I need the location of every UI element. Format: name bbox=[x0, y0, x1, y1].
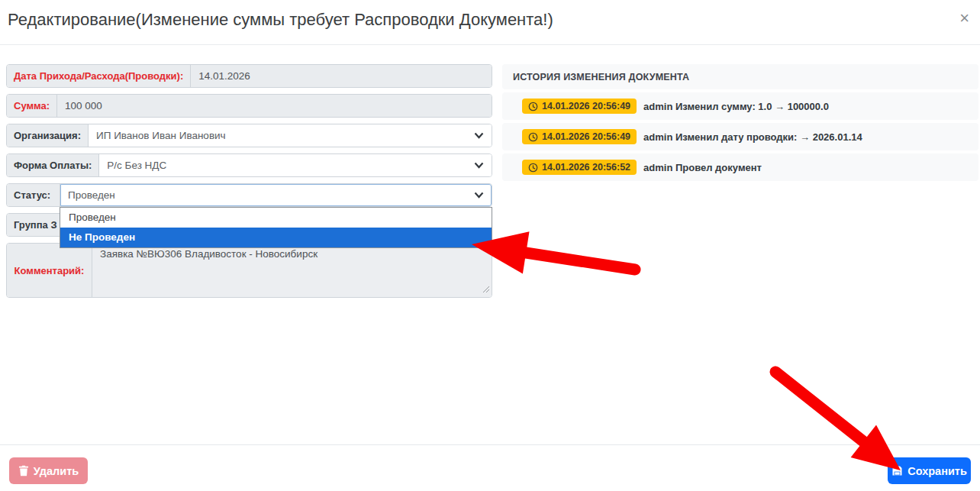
organization-select[interactable]: ИП Иванов Иван Иванович bbox=[89, 124, 492, 147]
arrow-to-save-button bbox=[775, 372, 901, 470]
timestamp-text: 14.01.2026 20:56:49 bbox=[542, 101, 630, 111]
history-entry-text: admin Изменил дату проводки: → 2026.01.1… bbox=[643, 131, 862, 143]
chevron-down-icon bbox=[474, 189, 484, 201]
posting-date-label: Дата Прихода/Расхода(Проводки): bbox=[7, 65, 191, 87]
arrow-to-ne-proveden-option bbox=[472, 231, 635, 273]
comment-textarea[interactable]: Заявка №ВЮ306 Владивосток - Новосибирск bbox=[92, 244, 492, 297]
posting-date-input[interactable]: 14.01.2026 bbox=[191, 65, 492, 87]
history-entry-text: admin Провел документ bbox=[643, 162, 762, 173]
status-label: Статус: bbox=[7, 184, 60, 206]
timestamp-text: 14.01.2026 20:56:52 bbox=[542, 162, 630, 173]
history-entry: 14.01.2026 20:56:52 admin Провел докумен… bbox=[502, 153, 978, 181]
status-selected-value: Проведен bbox=[68, 189, 115, 201]
payment-form-selected-value: Р/с Без НДС bbox=[107, 160, 166, 171]
field-status: Статус: Проведен bbox=[6, 183, 492, 207]
delete-button-label: Удалить bbox=[34, 465, 79, 477]
organization-selected-value: ИП Иванов Иван Иванович bbox=[96, 130, 226, 141]
save-icon bbox=[891, 465, 903, 476]
trash-icon bbox=[18, 465, 29, 476]
chevron-down-icon bbox=[474, 130, 484, 141]
organization-label: Организация: bbox=[7, 124, 89, 147]
status-select[interactable]: Проведен bbox=[60, 184, 492, 206]
resize-handle[interactable] bbox=[482, 284, 490, 296]
timestamp-badge: 14.01.2026 20:56:52 bbox=[522, 160, 637, 175]
field-payment-form: Форма Оплаты: Р/с Без НДС bbox=[6, 153, 492, 177]
edit-document-modal: Редактирование(Изменение суммы требует Р… bbox=[0, 0, 980, 491]
modal-header: Редактирование(Изменение суммы требует Р… bbox=[0, 0, 980, 45]
sum-label: Сумма: bbox=[7, 95, 57, 117]
status-option-proveden[interactable]: Проведен bbox=[60, 208, 492, 228]
payment-form-select[interactable]: Р/с Без НДС bbox=[99, 154, 492, 176]
chevron-down-icon bbox=[474, 160, 484, 171]
field-sum: Сумма: 100 000 bbox=[6, 94, 492, 118]
clock-icon bbox=[528, 132, 538, 142]
clock-icon bbox=[528, 102, 538, 111]
save-button[interactable]: Сохранить bbox=[888, 457, 971, 484]
field-posting-date: Дата Прихода/Расхода(Проводки): 14.01.20… bbox=[6, 64, 492, 88]
timestamp-badge: 14.01.2026 20:56:49 bbox=[522, 99, 637, 114]
timestamp-badge: 14.01.2026 20:56:49 bbox=[522, 129, 637, 144]
payment-form-label: Форма Оплаты: bbox=[7, 154, 99, 176]
clock-icon bbox=[528, 163, 538, 173]
field-comment: Комментарий: Заявка №ВЮ306 Владивосток -… bbox=[6, 243, 492, 298]
footer-divider bbox=[0, 444, 980, 445]
delete-button[interactable]: Удалить bbox=[9, 457, 88, 484]
status-option-ne-proveden[interactable]: Не Проведен bbox=[60, 228, 492, 247]
history-entry-text: admin Изменил сумму: 1.0 → 100000.0 bbox=[643, 101, 829, 112]
page-title: Редактирование(Изменение суммы требует Р… bbox=[8, 10, 553, 30]
comment-label: Комментарий: bbox=[7, 244, 92, 297]
status-dropdown-list: Проведен Не Проведен bbox=[60, 207, 492, 248]
history-title: ИСТОРИЯ ИЗМЕНЕНИЯ ДОКУМЕНТА bbox=[502, 64, 978, 89]
timestamp-text: 14.01.2026 20:56:49 bbox=[542, 131, 630, 142]
field-organization: Организация: ИП Иванов Иван Иванович bbox=[6, 124, 492, 147]
close-icon[interactable]: × bbox=[959, 10, 969, 27]
history-entry: 14.01.2026 20:56:49 admin Изменил сумму:… bbox=[502, 92, 978, 120]
history-entry: 14.01.2026 20:56:49 admin Изменил дату п… bbox=[502, 123, 978, 150]
save-button-label: Сохранить bbox=[907, 465, 967, 477]
comment-text: Заявка №ВЮ306 Владивосток - Новосибирск bbox=[100, 248, 318, 260]
sum-input[interactable]: 100 000 bbox=[57, 95, 492, 117]
